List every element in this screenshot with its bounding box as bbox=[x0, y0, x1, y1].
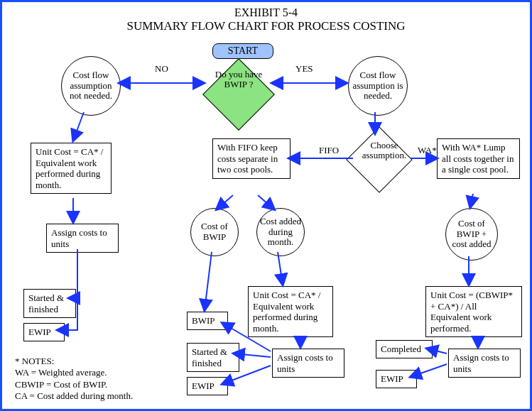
edge-fifo: FIFO bbox=[319, 145, 339, 156]
notes-l1: WA = Weighted average. bbox=[15, 367, 107, 378]
edge-yes: YES bbox=[295, 63, 313, 75]
cf-needed-label: Cost flow assumption is needed. bbox=[351, 70, 405, 102]
svg-line-10 bbox=[258, 195, 274, 209]
exhibit-number: EXHIBIT 5-4 bbox=[2, 6, 530, 19]
wa-lump: With WA* Lump all costs together in a si… bbox=[437, 138, 520, 179]
svg-line-12 bbox=[278, 252, 283, 285]
cost-added: Cost added during month. bbox=[256, 208, 305, 256]
edge-no: NO bbox=[155, 63, 168, 75]
svg-line-7 bbox=[73, 112, 84, 141]
svg-line-11 bbox=[205, 252, 212, 310]
notes-block: * NOTES: WA = Weighted average. CBWIP = … bbox=[15, 356, 133, 402]
ewip-no-bwip: EWIP bbox=[23, 323, 65, 341]
ewip-wa: EWIP bbox=[376, 370, 417, 388]
assign-fifo: Assign costs to units bbox=[272, 349, 344, 378]
started-finished-no-bwip: Started & finished bbox=[23, 289, 76, 318]
notes-title: * NOTES: bbox=[15, 356, 54, 366]
cost-bwip-plus-label: Cost of BWIP + cost added bbox=[448, 219, 495, 251]
cost-of-bwip-label: Cost of BWIP bbox=[193, 221, 236, 243]
notes-l2: CBWIP = Cost of BWIP. bbox=[15, 379, 107, 390]
edge-wa: WA* bbox=[418, 145, 437, 156]
unit-cost-wa: Unit Cost = (CBWIP* + CA*) / All Equival… bbox=[425, 286, 522, 337]
cf-needed: Cost flow assumption is needed. bbox=[348, 56, 408, 116]
decision-bwip-label: Do you have BWIP ? bbox=[213, 70, 264, 90]
completed: Completed bbox=[376, 340, 433, 358]
unit-cost-fifo: Unit Cost = CA* / Equivalent work perfor… bbox=[248, 286, 333, 337]
notes-l3: CA = Cost added during month. bbox=[15, 390, 133, 401]
exhibit-title: SUMMARY FLOW CHART FOR PROCESS COSTING bbox=[2, 19, 530, 33]
assign-no-bwip: Assign costs to units bbox=[46, 224, 119, 253]
unit-cost-no-bwip: Unit Cost = CA* / Equivalent work perfor… bbox=[31, 143, 112, 194]
decision-assumption-label: Choose assumption. bbox=[356, 141, 413, 161]
cost-bwip-plus: Cost of BWIP + cost added bbox=[445, 208, 498, 261]
svg-line-17 bbox=[470, 194, 473, 207]
cf-not-needed-label: Cost flow assumption not needed. bbox=[64, 70, 118, 102]
svg-line-9 bbox=[217, 195, 233, 209]
bwip-box: BWIP bbox=[187, 312, 228, 330]
ewip-fifo: EWIP bbox=[187, 377, 228, 395]
cost-added-label: Cost added during month. bbox=[259, 217, 302, 248]
cost-of-bwip: Cost of BWIP bbox=[190, 208, 239, 256]
assign-wa: Assign costs to units bbox=[448, 349, 521, 378]
start-node: START bbox=[212, 43, 273, 59]
cf-not-needed: Cost flow assumption not needed. bbox=[61, 56, 121, 116]
fifo-split: With FIFO keep costs separate in two cos… bbox=[212, 138, 291, 179]
started-finished-fifo: Started & finished bbox=[187, 343, 239, 372]
